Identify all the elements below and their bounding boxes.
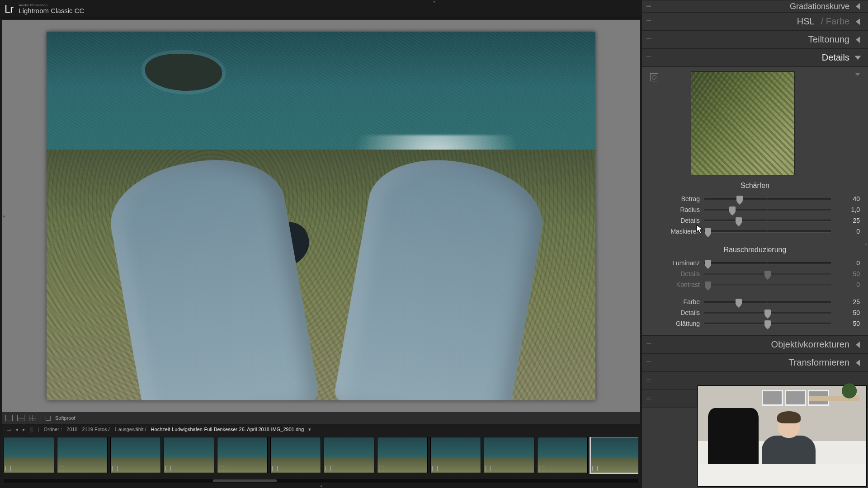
slider-track[interactable] <box>704 301 831 303</box>
filmstrip-thumbnail[interactable] <box>324 437 374 473</box>
filmstrip-thumbnail[interactable] <box>57 437 108 473</box>
webcam-overlay <box>698 386 866 486</box>
grid-icon[interactable]: ░ <box>30 427 33 432</box>
slider-track[interactable] <box>704 230 831 233</box>
noise-color-slider[interactable]: Farbe25 <box>650 296 860 307</box>
slider-label: Kontrast <box>650 281 700 288</box>
slider-knob[interactable] <box>736 196 743 203</box>
panel-title-details: Details <box>822 52 849 63</box>
panel-title-transform: Transformieren <box>788 357 849 368</box>
detail-preview-thumbnail[interactable] <box>691 71 795 175</box>
filmstrip-thumbnail[interactable] <box>377 437 428 473</box>
panel-header-details[interactable]: Details <box>642 49 868 67</box>
slider-track[interactable] <box>704 209 831 211</box>
filmstrip-thumbnail[interactable] <box>217 437 268 473</box>
slider-knob[interactable] <box>764 320 771 328</box>
second-monitor-icon[interactable]: ▭ <box>6 427 11 432</box>
slider-track[interactable] <box>704 312 831 314</box>
slider-value[interactable]: 25 <box>835 217 860 224</box>
details-panel-body: Schärfen Betrag40Radius1,0Details25Maski… <box>642 67 868 336</box>
main-photo[interactable] <box>47 32 595 400</box>
panel-header-transform[interactable]: Transformieren <box>642 354 868 372</box>
slider-knob[interactable] <box>736 299 742 306</box>
app-title-bar: Lr Adobe Photoshop Lightroom Classic CC <box>0 0 642 18</box>
slider-knob[interactable] <box>729 206 736 214</box>
left-panel-handle[interactable]: ▸ <box>3 213 5 219</box>
slider-value[interactable]: 0 <box>835 228 860 235</box>
noise-lum_detail-slider: Details50 <box>650 268 860 279</box>
noise-color_smooth-slider[interactable]: Glättung50 <box>650 318 860 329</box>
filmstrip-scrollbar[interactable] <box>4 479 638 483</box>
image-canvas-area[interactable]: ▸ <box>2 20 640 412</box>
detail-target-picker-icon[interactable] <box>650 73 658 81</box>
detail-preview-menu-icon[interactable] <box>855 73 860 76</box>
slider-value[interactable]: 50 <box>835 270 860 277</box>
sharpen-detail-slider[interactable]: Details25 <box>650 215 860 226</box>
sharpen-masking-slider[interactable]: Maskieren0 <box>650 226 860 237</box>
softproof-checkbox[interactable] <box>46 416 51 421</box>
sharpen-radius-slider[interactable]: Radius1,0 <box>650 204 860 215</box>
slider-value[interactable]: 50 <box>835 320 860 327</box>
filmstrip-thumbnail[interactable] <box>270 437 321 473</box>
filmstrip-thumbnail[interactable] <box>4 437 54 473</box>
loupe-view-icon[interactable] <box>5 415 13 421</box>
slider-label: Details <box>650 217 700 224</box>
selected-count: 1 ausgewählt / <box>114 427 146 432</box>
slider-track[interactable] <box>704 198 831 200</box>
slider-track[interactable] <box>704 220 831 222</box>
panel-header-gradation[interactable]: Gradationskurve <box>642 0 868 13</box>
slider-value[interactable]: 0 <box>835 259 860 267</box>
panel-header-hsl[interactable]: HSL / Farbe <box>642 13 868 31</box>
panel-header-splittoning[interactable]: Teiltonung <box>642 31 868 49</box>
slider-knob[interactable] <box>705 228 711 235</box>
slider-track <box>704 284 831 286</box>
folder-prefix: Ordner : <box>44 427 62 432</box>
collapse-triangle-icon <box>856 19 860 25</box>
bottom-panel-handle[interactable]: ▴ <box>0 483 642 488</box>
panel-grip-icon <box>646 56 651 59</box>
panel-header-lens[interactable]: Objektivkorrekturen <box>642 336 868 354</box>
photo-count: 2119 Fotos / <box>82 427 110 432</box>
expand-triangle-icon <box>855 56 861 60</box>
filmstrip-info-bar: ▭ ◂ ▸ ░ | Ordner : 2018 2119 Fotos / 1 a… <box>2 425 640 434</box>
lr-logo-icon: Lr <box>5 3 13 15</box>
survey-view-icon[interactable] <box>29 415 36 421</box>
filmstrip-thumbnail[interactable] <box>430 437 481 473</box>
slider-value[interactable]: 25 <box>835 298 860 305</box>
folder-year: 2018 <box>66 427 77 432</box>
top-panel-handle[interactable] <box>425 0 443 4</box>
noise-luminance-slider[interactable]: Luminanz0 <box>650 258 860 268</box>
slider-knob[interactable] <box>736 217 742 225</box>
filmstrip-thumbnail[interactable] <box>537 437 588 473</box>
panel-subtitle-hsl: / Farbe <box>821 16 849 27</box>
slider-label: Glättung <box>650 320 700 327</box>
filename-dropdown-icon[interactable]: ▾ <box>308 427 311 432</box>
slider-track[interactable] <box>704 323 831 325</box>
slider-knob[interactable] <box>705 260 711 267</box>
collapse-triangle-icon <box>856 37 860 43</box>
panel-grip-icon <box>646 361 651 364</box>
right-panel-handle[interactable]: ◂ <box>864 241 867 247</box>
current-filename[interactable]: Hochzeit-Ludwigshafen-Full-Benkesser-26.… <box>151 427 304 432</box>
noise-lum_contrast-slider: Kontrast0 <box>650 279 860 290</box>
slider-knob[interactable] <box>764 310 771 317</box>
slider-track[interactable] <box>704 262 831 264</box>
compare-view-icon[interactable] <box>17 415 24 421</box>
slider-value[interactable]: 0 <box>835 281 860 288</box>
sharpen-amount-slider[interactable]: Betrag40 <box>650 193 860 204</box>
filmstrip-thumbnail[interactable] <box>590 437 638 473</box>
noise-color_detail-slider[interactable]: Details50 <box>650 307 860 318</box>
filmstrip-thumbnail[interactable] <box>164 437 214 473</box>
collapse-triangle-icon <box>856 360 860 366</box>
slider-value[interactable]: 1,0 <box>835 206 860 213</box>
filmstrip-thumbnail[interactable] <box>110 437 161 473</box>
filmstrip-thumbnail[interactable] <box>484 437 534 473</box>
slider-label: Betrag <box>650 195 700 202</box>
nav-fwd-icon[interactable]: ▸ <box>23 427 25 432</box>
nav-back-icon[interactable]: ◂ <box>15 427 18 432</box>
slider-value[interactable]: 40 <box>835 195 860 202</box>
slider-track <box>704 273 831 275</box>
filmstrip <box>2 434 640 483</box>
collapse-triangle-icon <box>856 342 860 348</box>
slider-value[interactable]: 50 <box>835 309 860 316</box>
